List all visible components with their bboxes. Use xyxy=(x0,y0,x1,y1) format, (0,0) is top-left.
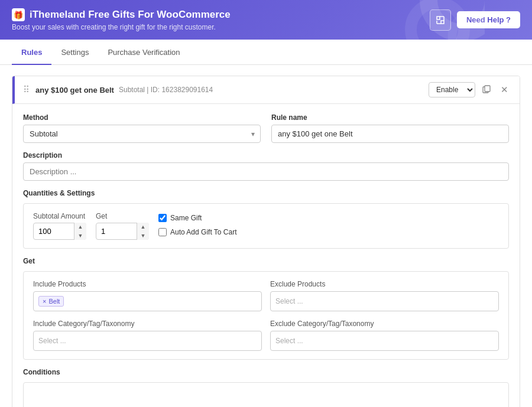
method-group: Method Subtotal Total Product Count xyxy=(23,113,261,143)
include-products-label: Include Products xyxy=(33,280,262,288)
get-grid: Include Products × Belt Exclude Products… xyxy=(33,280,499,351)
exclude-category-input[interactable]: Select ... xyxy=(270,331,499,351)
app-header: 🎁 iThemeland Free Gifts For WooCommerce … xyxy=(0,0,532,40)
include-products-group: Include Products × Belt xyxy=(33,280,262,311)
auto-add-label[interactable]: Auto Add Gift To Cart xyxy=(170,228,237,236)
get-increment-button[interactable]: ▲ xyxy=(137,223,149,232)
method-select[interactable]: Subtotal Total Product Count xyxy=(23,125,261,143)
description-input[interactable] xyxy=(23,162,509,181)
get-quantity-group: Get ▲ ▼ xyxy=(96,212,149,240)
duplicate-icon xyxy=(482,84,491,94)
svg-rect-10 xyxy=(485,86,490,92)
include-products-input[interactable]: × Belt xyxy=(33,291,262,311)
expand-button[interactable] xyxy=(430,9,451,31)
tab-rules[interactable]: Rules xyxy=(12,40,51,65)
subtotal-spinners: ▲ ▼ xyxy=(74,223,86,240)
rule-close-button[interactable]: ✕ xyxy=(498,83,511,96)
description-label: Description xyxy=(23,151,509,159)
content-area: ⠿ any $100 get one Belt Subtotal | ID: 1… xyxy=(0,65,532,407)
quantities-box: Subtotal Amount ▲ ▼ Get xyxy=(23,203,509,249)
get-input-wrap: ▲ ▼ xyxy=(96,223,149,240)
plugin-icon: 🎁 xyxy=(12,8,25,21)
get-section-label: Get xyxy=(23,257,509,265)
rule-status-select[interactable]: Enable Disable xyxy=(429,82,475,97)
header-left: 🎁 iThemeland Free Gifts For WooCommerce … xyxy=(12,8,231,31)
main-wrap: Rules Settings Purchase Verification ⠿ a… xyxy=(0,40,532,407)
rule-meta: Subtotal | ID: 1623829091614 xyxy=(119,86,213,94)
subtotal-input-wrap: ▲ ▼ xyxy=(33,223,86,240)
get-decrement-button[interactable]: ▼ xyxy=(137,232,149,240)
rule-name-label: Rule name xyxy=(271,113,509,122)
header-actions: Need Help ? xyxy=(430,9,520,31)
exclude-products-input[interactable]: Select ... xyxy=(270,291,499,311)
rule-name-input[interactable] xyxy=(271,125,509,143)
exclude-category-label: Exclude Category/Tag/Taxonomy xyxy=(270,320,499,328)
get-box: Include Products × Belt Exclude Products… xyxy=(23,271,509,360)
exclude-products-label: Exclude Products xyxy=(270,280,499,288)
include-category-input[interactable]: Select ... xyxy=(33,331,262,351)
tag-label: Belt xyxy=(48,298,60,305)
rule-body: Method Subtotal Total Product Count Rule… xyxy=(12,104,520,407)
rule-title: any $100 get one Belt xyxy=(35,86,114,95)
tab-settings[interactable]: Settings xyxy=(51,40,98,65)
get-quantity-label: Get xyxy=(96,212,149,220)
close-icon: ✕ xyxy=(501,84,508,95)
subtotal-amount-group: Subtotal Amount ▲ ▼ xyxy=(33,212,86,240)
description-group: Description xyxy=(23,151,509,181)
belt-tag: × Belt xyxy=(38,296,64,307)
checkboxes-group: Same Gift Auto Add Gift To Cart xyxy=(158,214,237,240)
rule-actions: Enable Disable ✕ xyxy=(429,82,511,97)
same-gift-checkbox[interactable] xyxy=(158,214,167,222)
subtotal-amount-label: Subtotal Amount xyxy=(33,212,86,220)
include-category-label: Include Category/Tag/Taxonomy xyxy=(33,320,262,328)
auto-add-checkbox-group: Auto Add Gift To Cart xyxy=(158,228,237,236)
method-name-row: Method Subtotal Total Product Count Rule… xyxy=(23,113,509,143)
drag-handle[interactable]: ⠿ xyxy=(23,84,30,95)
rule-duplicate-button[interactable] xyxy=(479,83,494,97)
auto-add-checkbox[interactable] xyxy=(158,228,167,236)
method-select-wrapper: Subtotal Total Product Count xyxy=(23,125,261,143)
same-gift-label[interactable]: Same Gift xyxy=(170,214,202,222)
exclude-category-group: Exclude Category/Tag/Taxonomy Select ... xyxy=(270,320,499,351)
method-label: Method xyxy=(23,113,261,122)
svg-rect-4 xyxy=(441,21,444,24)
svg-rect-3 xyxy=(437,17,440,19)
quantities-row: Subtotal Amount ▲ ▼ Get xyxy=(33,212,499,240)
expand-icon xyxy=(436,16,445,24)
tag-remove-icon[interactable]: × xyxy=(43,298,46,305)
quantities-section-label: Quantities & Settings xyxy=(23,189,509,197)
tabs-bar: Rules Settings Purchase Verification xyxy=(0,40,532,65)
help-button[interactable]: Need Help ? xyxy=(457,11,520,28)
rule-header: ⠿ any $100 get one Belt Subtotal | ID: 1… xyxy=(12,76,520,104)
subtotal-decrement-button[interactable]: ▼ xyxy=(74,232,86,240)
conditions-box: Add Condition xyxy=(23,382,509,407)
same-gift-checkbox-group: Same Gift xyxy=(158,214,237,222)
header-subtitle: Boost your sales with creating the right… xyxy=(12,23,231,31)
get-spinners: ▲ ▼ xyxy=(137,223,149,240)
app-title: 🎁 iThemeland Free Gifts For WooCommerce xyxy=(12,8,231,21)
conditions-section-label: Conditions xyxy=(23,368,509,376)
exclude-products-group: Exclude Products Select ... xyxy=(270,280,499,311)
rule-name-group: Rule name xyxy=(271,113,509,143)
include-category-group: Include Category/Tag/Taxonomy Select ... xyxy=(33,320,262,351)
subtotal-increment-button[interactable]: ▲ xyxy=(74,223,86,232)
rule-card: ⠿ any $100 get one Belt Subtotal | ID: 1… xyxy=(12,76,520,407)
tab-purchase-verification[interactable]: Purchase Verification xyxy=(98,40,189,65)
